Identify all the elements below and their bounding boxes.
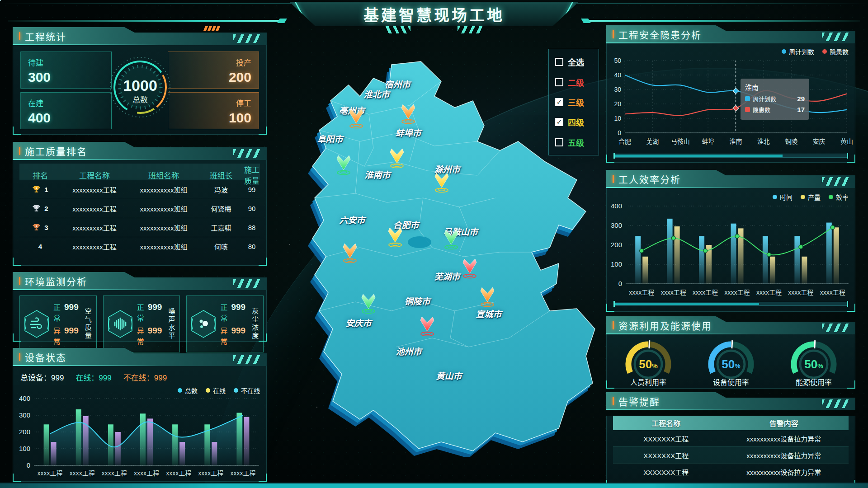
legend-label: 总数	[185, 386, 198, 395]
checkbox-unchecked-icon[interactable]	[555, 78, 563, 86]
panel-safety: 工程安全隐患分析 周计划数隐患数 01020304050合肥芜湖马鞍山蚌埠淮南淮…	[606, 25, 855, 163]
header-wing-right	[589, 20, 860, 22]
panel-title: 资源利用及能源使用	[618, 319, 712, 332]
map-pin-red-icon[interactable]	[417, 314, 437, 338]
panel-resource-body: 50%人员利用率50%设备使用率50%能源使用率	[606, 334, 855, 389]
normal-value: 999	[231, 302, 245, 312]
city-label-六安市: 六安市	[339, 213, 365, 225]
stat-building: 在建 400	[20, 92, 112, 129]
legend-item-总数[interactable]: 总数	[178, 386, 198, 395]
svg-text:50: 50	[614, 57, 621, 64]
accent-bar-icon	[613, 175, 614, 183]
project-name: xxxxxxxxx工程	[61, 223, 128, 232]
city-label-池州市: 池州市	[396, 345, 421, 357]
scrollbar-fill[interactable]	[615, 155, 783, 157]
abnormal-label: 异常	[137, 325, 144, 347]
title-banner: 基建智慧现场工地	[289, 2, 579, 26]
svg-text:xxxx工程: xxxx工程	[166, 469, 191, 477]
legend-label: 周计划数	[789, 47, 814, 56]
stat-label: 停工	[175, 97, 251, 108]
level-filter-二级[interactable]: 二级	[555, 76, 599, 88]
svg-text:20: 20	[614, 100, 621, 108]
legend-item-不在线[interactable]: 不在线	[234, 386, 260, 395]
metric-name: 空气质量	[83, 308, 93, 340]
map-pin-orange-icon[interactable]	[340, 241, 360, 264]
map-pin-green-icon[interactable]	[334, 153, 354, 176]
column-header: 工程名称	[613, 418, 719, 428]
checkbox-checked-icon[interactable]: ✓	[555, 118, 563, 126]
team-name: xxxxxxxxxx班组	[128, 242, 199, 251]
city-label-淮南市: 淮南市	[364, 168, 390, 180]
svg-text:xxxx工程: xxxx工程	[230, 469, 255, 477]
legend-item-在线[interactable]: 在线	[206, 386, 226, 395]
checkbox-unchecked-icon[interactable]	[555, 138, 563, 146]
safety-line-chart: 01020304050合肥芜湖马鞍山蚌埠淮南淮北铜陵安庆黄山	[609, 56, 853, 147]
stat-label: 在建	[28, 97, 104, 108]
svg-text:xxxx工程: xxxx工程	[134, 469, 159, 477]
team-name: xxxxxxxxxx班组	[128, 204, 199, 213]
map-pin-orange-icon[interactable]	[477, 285, 497, 308]
legend-dot-icon	[206, 388, 210, 393]
legend-item-效率[interactable]: 效率	[829, 192, 849, 202]
map-pin-red-icon[interactable]	[460, 256, 480, 280]
legend-item-周计划数[interactable]: 周计划数	[782, 47, 814, 56]
normal-label: 正常	[137, 301, 144, 323]
worker-chart-scrollbar[interactable]	[614, 302, 848, 306]
trophy-bronze-icon	[32, 223, 41, 232]
worker-bar-chart: 0100200300400xxxx工程xxxx工程xxxx工程xxxx工程xxx…	[609, 202, 853, 298]
abnormal-label: 异常	[53, 325, 61, 347]
map-pin-yellow-icon[interactable]	[387, 146, 407, 169]
tooltip-value: 29	[797, 95, 805, 103]
checkbox-checked-icon[interactable]: ✓	[555, 98, 563, 106]
table-row: 3xxxxxxxxx工程xxxxxxxxxx班组王嘉骐88	[19, 218, 260, 237]
map-pin-yellow-icon[interactable]	[432, 170, 452, 194]
panel-project-stats-header: 工程统计	[13, 27, 267, 45]
abnormal-row: 异常999	[53, 325, 79, 347]
accent-bar-icon	[19, 147, 20, 155]
level-label: 三级	[568, 96, 584, 108]
svg-text:xxxx工程: xxxx工程	[756, 289, 782, 296]
level-filter-三级[interactable]: ✓三级	[555, 96, 599, 108]
alarm-project: XXXXXXX工程	[613, 467, 719, 477]
legend-label: 时间	[780, 192, 793, 202]
level-filter-全选[interactable]: 全选	[555, 56, 599, 68]
svg-text:人员利用率: 人员利用率	[630, 379, 666, 386]
level-filter-五级[interactable]: 五级	[555, 136, 599, 148]
map-pin-orange-icon[interactable]	[398, 102, 418, 125]
column-header: 施工质量	[243, 164, 261, 186]
panel-project-stats-body: 待建 300 在建 400 投产 200 停工 100 1000总数	[13, 45, 267, 135]
map-pin-green-icon[interactable]	[359, 291, 378, 315]
map-pin-orange-icon[interactable]	[346, 106, 366, 130]
team-leader: 冯波	[199, 185, 243, 194]
panel-device-status: 设备状态 总设备：999在线：999不在线：999 总数在线不在线 010020…	[13, 348, 267, 482]
city-label-淮北市: 淮北市	[363, 88, 389, 100]
chart-tooltip: 淮南周计划数29隐患数17	[741, 79, 809, 120]
alarm-row: XXXXXXX工程xxxxxxxxxx设备拉力异常	[613, 430, 849, 446]
map-pin-green-icon[interactable]	[441, 227, 461, 251]
rank-cell: 1	[19, 185, 61, 194]
panel-title: 工人效率分析	[618, 172, 681, 186]
rank-cell: 2	[19, 204, 61, 213]
rank-number: 3	[44, 224, 48, 231]
city-label-安庆市: 安庆市	[345, 316, 371, 328]
map-pin-yellow-icon[interactable]	[385, 225, 405, 249]
legend-dot-icon	[829, 195, 833, 199]
panel-environment: 环境监测分析 正常999异常999空气质量正常999异常999噪声水平正常999…	[13, 272, 267, 342]
scrollbar-fill[interactable]	[615, 303, 759, 305]
alarm-content: xxxxxxxxxx设备拉力异常	[719, 434, 849, 443]
dash-decoration	[731, 393, 764, 394]
safety-chart-scrollbar[interactable]	[614, 154, 848, 158]
legend-item-产量[interactable]: 产量	[801, 192, 821, 202]
column-header: 班组长	[199, 169, 243, 181]
legend-item-时间[interactable]: 时间	[773, 192, 793, 202]
checkbox-unchecked-icon[interactable]	[555, 58, 563, 66]
device-legend: 总数在线不在线	[178, 386, 260, 395]
page-title: 基建智慧现场工地	[363, 3, 505, 25]
level-filter-四级[interactable]: ✓四级	[555, 116, 599, 128]
legend-label: 不在线	[241, 386, 260, 395]
legend-item-隐患数[interactable]: 隐患数	[822, 47, 849, 56]
alarm-row: XXXXXXX工程xxxxxxxxxx设备拉力异常	[613, 446, 849, 463]
column-header: 告警内容	[719, 418, 849, 428]
tooltip-row: 隐患数17	[745, 105, 805, 114]
alarm-project: XXXXXXX工程	[613, 434, 719, 443]
